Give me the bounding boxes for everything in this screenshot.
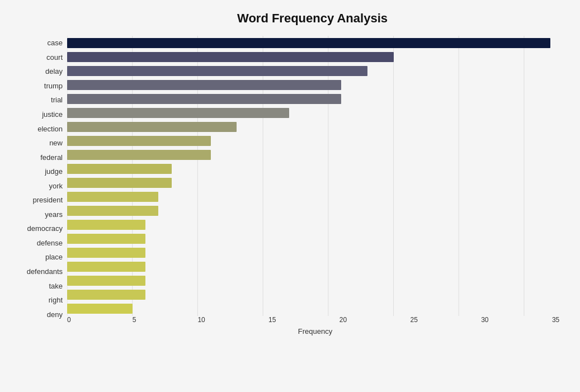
bar	[67, 290, 145, 300]
bar-row	[67, 288, 563, 301]
bar	[67, 38, 550, 48]
x-tick: 15	[268, 316, 276, 324]
bar-row	[67, 78, 563, 92]
x-tick: 5	[133, 316, 136, 324]
bar	[67, 80, 341, 90]
bar	[67, 248, 145, 258]
bar	[67, 52, 394, 62]
bar	[67, 262, 145, 272]
bar-row	[67, 246, 563, 259]
bar	[67, 276, 145, 286]
plot-area: 05101520253035 Frequency	[67, 36, 563, 338]
bar-row	[67, 260, 563, 273]
y-label: place	[45, 251, 63, 264]
y-label: years	[45, 207, 63, 221]
y-label: deny	[47, 308, 63, 321]
bar-row	[67, 106, 563, 120]
y-label: defense	[37, 236, 63, 249]
bar-row	[67, 204, 563, 218]
bar	[67, 220, 145, 230]
bar	[67, 94, 341, 104]
y-label: case	[48, 36, 63, 50]
y-label: defendants	[27, 265, 63, 278]
x-tick: 0	[67, 316, 71, 324]
bar-row	[67, 176, 563, 190]
bar-row	[67, 36, 563, 50]
chart-container: Word Frequency Analysis casecourtdelaytr…	[0, 0, 580, 392]
bar	[67, 192, 158, 202]
x-tick: 30	[481, 316, 488, 324]
y-axis: casecourtdelaytrumptrialjusticeelectionn…	[17, 36, 67, 338]
y-label: take	[49, 279, 63, 292]
bar	[67, 108, 289, 118]
bar-row	[67, 190, 563, 204]
bar	[67, 234, 145, 244]
bar-row	[67, 302, 563, 315]
bars-section	[67, 36, 563, 316]
y-label: trump	[44, 79, 63, 92]
bar-row	[67, 218, 563, 232]
y-label: delay	[45, 65, 63, 78]
bar	[67, 178, 172, 188]
x-tick: 20	[339, 316, 347, 324]
y-label: democracy	[27, 222, 63, 235]
y-label: new	[49, 136, 63, 149]
bar	[67, 206, 158, 216]
y-label: judge	[45, 165, 63, 178]
chart-area: casecourtdelaytrumptrialjusticeelectionn…	[17, 36, 563, 338]
y-label: justice	[42, 107, 63, 121]
y-label: president	[33, 193, 63, 207]
bar	[67, 66, 367, 76]
y-label: york	[49, 179, 63, 192]
bar	[67, 304, 133, 314]
x-tick: 10	[197, 316, 205, 324]
bar	[67, 150, 211, 160]
bar-row	[67, 120, 563, 134]
bar	[67, 122, 237, 132]
y-label: election	[37, 122, 63, 135]
y-label: court	[46, 50, 63, 64]
bar-row	[67, 232, 563, 245]
bar-row	[67, 274, 563, 287]
bar-row	[67, 148, 563, 162]
x-tick: 35	[552, 316, 559, 324]
y-label: right	[49, 293, 63, 306]
bar	[67, 164, 172, 174]
x-axis-label: Frequency	[67, 327, 563, 336]
y-label: trial	[51, 93, 63, 107]
y-label: federal	[40, 150, 63, 164]
x-axis-area: 05101520253035 Frequency	[67, 316, 563, 338]
chart-title: Word Frequency Analysis	[17, 11, 563, 26]
bar-row	[67, 92, 563, 106]
bar-row	[67, 162, 563, 176]
bar-row	[67, 134, 563, 148]
bar-row	[67, 64, 563, 78]
bar-row	[67, 50, 563, 64]
x-tick: 25	[410, 316, 417, 324]
bar	[67, 136, 211, 146]
